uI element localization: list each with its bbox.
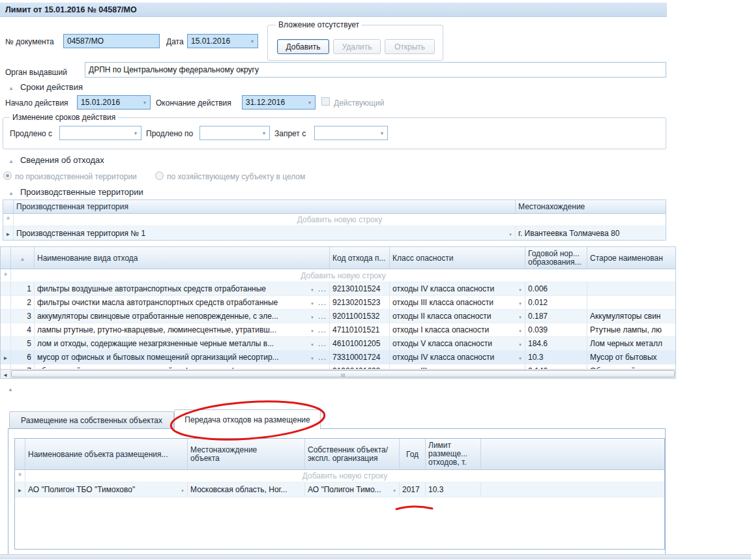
col-object-location[interactable]: Местонахождениеобъекта bbox=[188, 439, 305, 469]
validity-start-picker[interactable]: 15.01.2016 bbox=[77, 95, 151, 110]
table-row[interactable]: Производственная территория № 1 г. Ивант… bbox=[3, 226, 666, 241]
hazard-class-cell[interactable]: отходы II класса опасности bbox=[390, 310, 525, 323]
waste-name-cell[interactable]: фильтры очистки масла автотранспортных с… bbox=[35, 296, 330, 309]
chevron-down-icon[interactable] bbox=[392, 485, 396, 494]
waste-name-cell[interactable]: лампы ртутные, ртутно-кварцевые, люминес… bbox=[35, 323, 330, 336]
chevron-down-icon[interactable] bbox=[310, 312, 314, 321]
old-name-cell[interactable]: Лом черных металл bbox=[587, 337, 675, 350]
waste-name-cell[interactable]: лом и отходы, содержащие незагрязненные … bbox=[35, 337, 330, 350]
date-picker[interactable]: 15.01.2016 bbox=[187, 34, 258, 48]
col-waste-name[interactable]: Наименование вида отхода bbox=[35, 247, 330, 269]
prolonged-from-picker[interactable] bbox=[59, 126, 141, 140]
annual-norm-cell[interactable]: 0.039 bbox=[525, 323, 587, 336]
chevron-down-icon[interactable] bbox=[508, 229, 512, 238]
ellipsis-button[interactable] bbox=[318, 298, 327, 307]
chevron-down-icon[interactable] bbox=[310, 284, 314, 293]
hazard-class-cell[interactable]: отходы III класса опасности bbox=[390, 296, 525, 309]
old-name-cell[interactable] bbox=[587, 282, 675, 295]
table-row[interactable]: АО "Полигон ТБО "Тимохово" Московская об… bbox=[15, 482, 664, 497]
doc-number-input[interactable]: 04587/МО bbox=[63, 34, 160, 48]
ellipsis-button[interactable] bbox=[318, 312, 327, 321]
col-limit[interactable]: Лимитразмеще...отходов, т. bbox=[426, 439, 481, 469]
table-row-selected[interactable]: 6 мусор от офисных и бытовых помещений о… bbox=[1, 351, 675, 364]
annual-norm-cell[interactable]: 184.6 bbox=[525, 337, 587, 350]
tab-own-objects[interactable]: Размещение на собственных объектах bbox=[9, 411, 174, 429]
scrollbar-thumb[interactable] bbox=[11, 370, 675, 377]
scroll-left-button[interactable] bbox=[1, 370, 10, 378]
ellipsis-button[interactable] bbox=[318, 284, 327, 293]
hazard-class-cell[interactable]: отходы IV класса опасности bbox=[390, 282, 525, 295]
ellipsis-button[interactable] bbox=[318, 353, 327, 362]
col-object-owner[interactable]: Собственник объекта/экспл. организация bbox=[305, 439, 400, 469]
tab-transfer-active[interactable]: Передача отходов на размещение bbox=[174, 409, 321, 430]
table-row[interactable]: 3 аккумуляторы свинцовые отработанные не… bbox=[1, 310, 675, 323]
col-object-name[interactable]: Наименование объекта размещения... bbox=[25, 439, 188, 469]
waste-name-cell[interactable]: фильтры воздушные автотранспортных средс… bbox=[35, 282, 330, 295]
col-territory-name[interactable]: Производственная территория bbox=[14, 200, 516, 213]
waste-code-cell[interactable]: 47110101521 bbox=[330, 323, 390, 336]
col-year[interactable]: Год bbox=[400, 439, 426, 469]
old-name-cell[interactable] bbox=[587, 296, 675, 309]
table-row[interactable]: 5 лом и отходы, содержащие незагрязненны… bbox=[1, 337, 675, 351]
chevron-down-icon[interactable] bbox=[518, 298, 522, 307]
year-cell[interactable]: 2017 bbox=[400, 482, 426, 497]
object-owner-cell[interactable]: АО "Полигон Тимо... bbox=[305, 482, 400, 497]
hazard-class-cell[interactable]: отходы I класса опасности bbox=[390, 323, 525, 336]
object-location-cell[interactable]: Московская область, Ног... bbox=[188, 482, 305, 497]
table-row[interactable]: 4 лампы ртутные, ртутно-кварцевые, люмин… bbox=[1, 323, 675, 337]
chevron-down-icon[interactable] bbox=[310, 298, 314, 307]
col-annual-norm[interactable]: Годовой нор...образования... bbox=[525, 247, 587, 269]
section-validity[interactable]: Сроки действия bbox=[8, 82, 83, 92]
ban-from-picker[interactable] bbox=[314, 126, 388, 140]
ellipsis-button[interactable] bbox=[318, 325, 327, 334]
annual-norm-cell[interactable]: 0.012 bbox=[525, 296, 587, 309]
territory-location-cell[interactable]: г. Ивантеевка Толмачева 80 bbox=[516, 226, 666, 241]
waste-code-cell[interactable]: 92130201523 bbox=[330, 296, 390, 309]
col-territory-location[interactable]: Местонахождение bbox=[516, 200, 666, 213]
chevron-down-icon[interactable] bbox=[518, 339, 522, 348]
col-old-name[interactable]: Старое наименован bbox=[587, 247, 675, 269]
waste-code-cell[interactable]: 46101001205 bbox=[330, 337, 390, 350]
chevron-down-icon[interactable] bbox=[181, 485, 184, 494]
hazard-class-cell[interactable]: отходы V класса опасности bbox=[390, 337, 525, 350]
col-hazard-class[interactable]: Класс опасности bbox=[390, 247, 525, 269]
annual-norm-cell[interactable]: 0.187 bbox=[525, 310, 587, 323]
ellipsis-button[interactable] bbox=[318, 339, 327, 348]
chevron-down-icon[interactable] bbox=[518, 284, 522, 293]
waste-code-cell[interactable]: 92130101524 bbox=[330, 282, 390, 295]
add-new-row[interactable]: Добавить новую строку bbox=[15, 470, 664, 482]
territory-name-cell[interactable]: Производственная территория № 1 bbox=[14, 226, 516, 241]
section-waste-info[interactable]: Сведения об отходах bbox=[8, 155, 104, 165]
annual-norm-cell[interactable]: 0.006 bbox=[525, 282, 587, 295]
chevron-down-icon[interactable] bbox=[310, 339, 314, 348]
validity-end-picker[interactable]: 31.12.2016 bbox=[242, 95, 316, 110]
waste-name-cell[interactable]: мусор от офисных и бытовых помещений орг… bbox=[35, 351, 330, 364]
old-name-cell[interactable]: Ртутные лампы, лю bbox=[587, 323, 675, 336]
limit-cell[interactable]: 10.3 bbox=[426, 482, 481, 497]
old-name-cell[interactable]: Мусор от бытовых bbox=[587, 351, 675, 364]
hazard-class-cell[interactable]: отходы IV класса опасности bbox=[390, 351, 525, 364]
waste-code-cell[interactable]: 92011001532 bbox=[330, 310, 390, 323]
table-row[interactable]: 2 фильтры очистки масла автотранспортных… bbox=[1, 296, 675, 310]
collapse-section-control[interactable] bbox=[8, 384, 13, 393]
section-territories[interactable]: Производственные территории bbox=[8, 187, 143, 197]
chevron-down-icon[interactable] bbox=[518, 325, 522, 334]
waste-code-cell[interactable]: 73310001724 bbox=[330, 351, 390, 364]
table-row[interactable]: 1 фильтры воздушные автотранспортных сре… bbox=[1, 282, 675, 296]
issuer-input[interactable]: ДРПН по Центральному федеральному округу bbox=[85, 62, 666, 78]
col-waste-code[interactable]: Код отхода п... bbox=[330, 247, 390, 269]
horizontal-scrollbar[interactable] bbox=[1, 369, 675, 378]
add-new-row[interactable]: Добавить новую строку bbox=[1, 269, 675, 282]
chevron-down-icon[interactable] bbox=[310, 325, 314, 334]
prolonged-to-picker[interactable] bbox=[199, 126, 270, 140]
waste-name-cell[interactable]: аккумуляторы свинцовые отработанные непо… bbox=[35, 310, 330, 323]
sort-column-header[interactable] bbox=[11, 247, 35, 269]
add-new-row[interactable]: Добавить новую строку bbox=[3, 214, 666, 226]
object-name-cell[interactable]: АО "Полигон ТБО "Тимохово" bbox=[25, 482, 188, 497]
chevron-down-icon[interactable] bbox=[518, 312, 522, 321]
annual-norm-cell[interactable]: 10.3 bbox=[525, 351, 587, 364]
old-name-cell[interactable]: Аккумуляторы свин bbox=[587, 310, 675, 323]
chevron-down-icon[interactable] bbox=[518, 353, 522, 362]
attachment-add-button[interactable]: Добавить bbox=[277, 39, 329, 54]
chevron-down-icon[interactable] bbox=[310, 353, 314, 362]
